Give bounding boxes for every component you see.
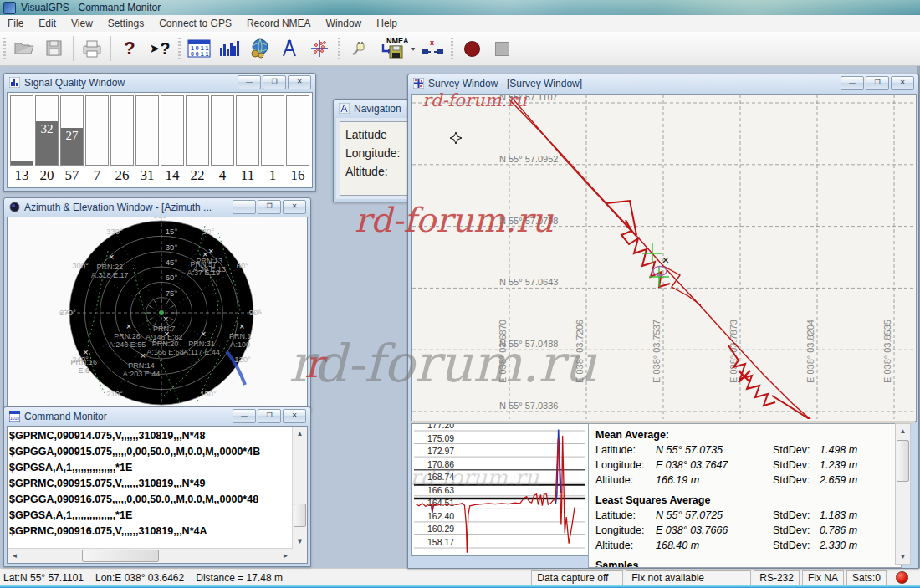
svg-text:330°: 330°: [106, 227, 123, 236]
stats-scrollbar[interactable]: ▲ ▼: [895, 423, 911, 565]
disconnect-button[interactable]: x: [417, 34, 447, 63]
signal-quality-window-button[interactable]: [214, 34, 244, 63]
altitude-tick-label: 170.86: [427, 459, 454, 469]
scroll-down-arrow[interactable]: ▼: [293, 534, 307, 549]
restore-button[interactable]: ❐: [258, 409, 281, 423]
toolbar-grip[interactable]: [3, 38, 6, 59]
command-monitor-titlebar[interactable]: 1010 Command Monitor — ❐ ✕: [4, 407, 310, 425]
open-file-button[interactable]: [9, 34, 39, 63]
svg-text:90°: 90°: [249, 308, 262, 317]
svg-text:×: ×: [208, 246, 213, 256]
scroll-left-arrow[interactable]: ◄: [8, 549, 22, 563]
context-help-button[interactable]: ➤ ?: [145, 34, 175, 63]
signal-bar-prn: 4: [211, 167, 234, 186]
menu-file[interactable]: File: [0, 16, 31, 31]
command-monitor-window-button[interactable]: 1 0 1 10 0 1 1 0: [184, 34, 214, 63]
navigation-window-button[interactable]: [274, 34, 304, 63]
menu-settings[interactable]: Settings: [100, 16, 151, 31]
stat-value: 166.19 m: [656, 473, 773, 488]
svg-text:×: ×: [163, 314, 168, 324]
scroll-up-arrow[interactable]: ▲: [293, 427, 307, 441]
horizontal-scrollbar[interactable]: ◄ ►: [8, 548, 293, 563]
stddev-value: 0.786 m: [820, 523, 857, 538]
close-button[interactable]: ✕: [891, 76, 914, 90]
azimuth-elevation-window-button[interactable]: [244, 34, 274, 63]
stat-label: Longitude:: [595, 523, 656, 538]
minimize-button[interactable]: —: [233, 200, 256, 214]
svg-text:PRN:57: PRN:57: [190, 260, 217, 268]
record-button[interactable]: [457, 34, 487, 63]
printer-icon: [81, 39, 103, 58]
help-button[interactable]: ?: [115, 34, 145, 63]
signal-quality-title: Signal Quality Window: [24, 77, 125, 89]
svg-text:x: x: [430, 38, 434, 47]
survey-plot[interactable]: N 55° 57.1107N 55° 57.0952N 55° 57.0798N…: [412, 95, 914, 419]
svg-text:A:117 E:44: A:117 E:44: [183, 348, 220, 356]
signal-quality-titlebar[interactable]: Signal Quality Window — ❐ ✕: [4, 74, 315, 91]
close-button[interactable]: ✕: [283, 200, 306, 214]
close-button[interactable]: ✕: [288, 75, 311, 89]
restore-button[interactable]: ❐: [866, 76, 889, 90]
nmea-log[interactable]: $GPRMC,090914.075,V,,,,,,310819,,,N*48$G…: [9, 428, 291, 547]
menu-record-nmea[interactable]: Record NMEA: [239, 16, 319, 31]
restore-button[interactable]: ❐: [263, 75, 286, 89]
minimize-button[interactable]: —: [233, 409, 256, 423]
toolbar-grip[interactable]: [338, 38, 340, 59]
svg-text:60°: 60°: [166, 273, 178, 282]
minimize-button[interactable]: —: [841, 76, 864, 90]
print-button[interactable]: [77, 34, 107, 63]
signal-bar-value: 32: [36, 122, 58, 136]
nmea-dropdown-caret[interactable]: ▾: [411, 45, 415, 53]
restore-button[interactable]: ❐: [258, 200, 281, 214]
status-fix-na: Fix NA: [802, 570, 844, 585]
scroll-down-arrow[interactable]: ▼: [896, 550, 910, 564]
svg-text:150°: 150°: [200, 389, 217, 398]
survey-scatter-icon: [309, 38, 330, 59]
menu-help[interactable]: Help: [369, 16, 405, 31]
command-monitor-window: 1010 Command Monitor — ❐ ✕ $GPRMC,090914…: [3, 406, 311, 567]
altitude-graph[interactable]: 177.20175.09172.97170.86168.74166.63164.…: [412, 424, 586, 554]
lon-grid-label: E 038° 03.8204: [805, 320, 815, 383]
svg-text:×: ×: [109, 252, 114, 262]
toolbar: ? ➤ ? 1 0 1 10 0 1 1 0 NMEA ▾ x: [0, 32, 920, 66]
toolbar-grip[interactable]: [451, 38, 453, 59]
svg-text:30°: 30°: [166, 243, 178, 252]
signal-quality-window: Signal Quality Window — ❐ ✕ 3227 1320577…: [3, 73, 316, 192]
stddev-value: 1.183 m: [820, 508, 857, 523]
menu-edit[interactable]: Edit: [31, 16, 64, 31]
azimuth-titlebar[interactable]: Azimuth & Elevation Window - [Azimuth ..…: [4, 198, 310, 216]
lon-grid-label: E 038° 03.7537: [652, 320, 662, 383]
svg-text:×: ×: [201, 329, 206, 339]
svg-text:PRN:28: PRN:28: [114, 332, 141, 340]
scrollbar-thumb[interactable]: [294, 504, 306, 527]
azimuth-polar-plot[interactable]: 360°15°30°45°60°75°30°60°90°120°150°210°…: [8, 217, 307, 408]
app-titlebar[interactable]: VisualGPS - Command Monitor: [0, 0, 920, 15]
vertical-scrollbar[interactable]: ▲ ▼: [292, 427, 307, 549]
toolbar-grip[interactable]: [178, 38, 181, 59]
scroll-up-arrow[interactable]: ▲: [896, 424, 910, 438]
signal-bar-slot: [161, 95, 184, 166]
menu-connect-to-gps[interactable]: Connect to GPS: [151, 16, 239, 31]
menu-window[interactable]: Window: [319, 16, 370, 31]
scrollbar-thumb[interactable]: [82, 550, 159, 562]
scrollbar-corner: [293, 549, 307, 563]
stop-button[interactable]: [487, 34, 517, 63]
menu-view[interactable]: View: [64, 16, 100, 31]
close-button[interactable]: ✕: [283, 409, 306, 423]
save-button[interactable]: [39, 34, 69, 63]
nmea-sentence: $GPGGA,090915.075,,,,,0,00,50.0,,M,0.0,M…: [9, 444, 291, 460]
azimuth-body: 360°15°30°45°60°75°30°60°90°120°150°210°…: [7, 217, 308, 408]
status-sats: Sats:0: [846, 570, 887, 585]
connect-gps-button[interactable]: [344, 34, 374, 63]
scrollbar-thumb[interactable]: [897, 440, 909, 482]
scroll-right-arrow[interactable]: ►: [279, 549, 293, 563]
survey-titlebar[interactable]: Survey Window - [Survey Window] — ❐ ✕: [408, 74, 918, 92]
record-nmea-button[interactable]: NMEA ▾: [374, 34, 417, 63]
signal-bars: 3227: [10, 95, 309, 166]
survey-window-button[interactable]: [304, 34, 335, 63]
svg-text:×: ×: [126, 321, 131, 331]
stat-value: 168.40 m: [656, 538, 773, 553]
svg-text:PRN:14: PRN:14: [128, 361, 155, 370]
svg-text:120°: 120°: [234, 355, 251, 364]
minimize-button[interactable]: —: [238, 75, 261, 89]
